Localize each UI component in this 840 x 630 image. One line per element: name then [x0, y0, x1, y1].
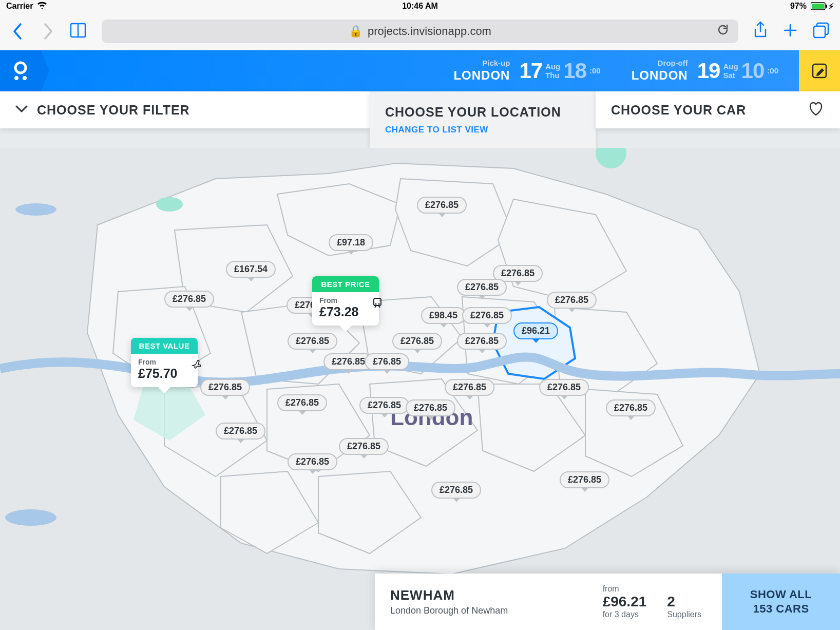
show-all-line1: SHOW ALL	[750, 588, 812, 601]
price-pin[interactable]: £276.85	[560, 471, 609, 488]
back-button[interactable]	[10, 23, 26, 40]
price-pin[interactable]: £276.85	[339, 438, 389, 455]
bookmarks-button[interactable]	[70, 22, 87, 41]
price-pin[interactable]: £98.45	[421, 307, 466, 324]
new-tab-button[interactable]	[782, 23, 798, 40]
step-tabs: CHOOSE YOUR FILTER CHOOSE YOUR LOCATION …	[0, 91, 840, 148]
ios-status-bar: Carrier 10:46 AM 97% ⚡︎	[0, 0, 840, 12]
tab-filter-label: CHOOSE YOUR FILTER	[37, 103, 190, 118]
price-pin[interactable]: £97.18	[329, 234, 373, 251]
forward-button[interactable]	[40, 23, 55, 40]
best-value-header: BEST VALUE	[131, 338, 198, 354]
best-value-card[interactable]: BEST VALUE From £75.70	[131, 338, 198, 387]
search-header: Pick-upLONDON 17 AugThu 18 :00 Drop-offL…	[0, 50, 840, 91]
from-label: from	[603, 584, 647, 594]
price-pin[interactable]: £276.85	[457, 279, 507, 296]
price-pin[interactable]: £276.85	[539, 379, 589, 396]
price-pin[interactable]: £276.85	[392, 333, 442, 350]
dropoff-day: 19	[697, 59, 720, 83]
tabs-button[interactable]	[812, 22, 830, 41]
battery-pct: 97%	[790, 2, 807, 11]
svg-point-12	[5, 509, 56, 526]
price-pin[interactable]: £276.85	[200, 379, 250, 396]
clock-label: 10:46 AM	[402, 2, 438, 11]
summary-price: £96.21	[603, 594, 647, 610]
show-all-line2: 153 CARS	[753, 602, 809, 616]
price-pin-selected[interactable]: £96.21	[513, 322, 558, 339]
wifi-icon	[37, 1, 47, 11]
dropoff-min: :00	[767, 66, 778, 75]
price-pin[interactable]: £276.85	[288, 453, 337, 470]
pickup-city: LONDON	[453, 68, 510, 83]
best-price-from: From	[319, 296, 372, 304]
svg-point-11	[15, 203, 56, 216]
best-value-value: £75.70	[138, 366, 190, 381]
location-sub: London Borough of Newham	[390, 605, 603, 616]
svg-point-15	[378, 303, 380, 305]
best-price-value: £73.28	[319, 304, 372, 319]
pickup-field[interactable]: Pick-upLONDON 17 AugThu 18 :00	[453, 59, 600, 84]
svg-rect-13	[374, 298, 381, 306]
url-bar[interactable]: 🔒 projects.invisionapp.com	[102, 20, 738, 43]
edit-search-button[interactable]	[799, 50, 840, 91]
brand-logo[interactable]	[0, 50, 41, 91]
carrier-label: Carrier	[6, 2, 33, 11]
list-view-link[interactable]: CHANGE TO LIST VIEW	[385, 125, 488, 135]
price-pin[interactable]: £276.85	[547, 292, 597, 309]
svg-point-5	[15, 63, 26, 73]
tab-location-label: CHOOSE YOUR LOCATION	[385, 105, 561, 120]
tab-filter[interactable]: CHOOSE YOUR FILTER	[0, 91, 370, 128]
lock-icon: 🔒	[349, 25, 362, 38]
price-pin[interactable]: £276.85	[164, 291, 214, 308]
best-value-from: From	[138, 358, 190, 366]
price-pin[interactable]: £276.85	[417, 197, 467, 214]
price-pin[interactable]: £276.85	[359, 397, 409, 414]
price-pin[interactable]: £276.85	[288, 333, 337, 350]
pickup-day: 17	[519, 59, 542, 83]
heart-icon[interactable]	[807, 101, 825, 119]
price-pin[interactable]: £276.85	[606, 399, 656, 416]
price-pin[interactable]: £276.85	[457, 333, 507, 350]
pickup-label: Pick-up	[453, 59, 510, 68]
svg-rect-2	[826, 5, 827, 8]
share-button[interactable]	[753, 21, 768, 42]
pickup-month: Aug	[545, 62, 560, 71]
price-pin[interactable]: £167.54	[226, 261, 276, 278]
refresh-button[interactable]	[717, 24, 729, 39]
price-pin[interactable]: £76.85	[365, 353, 409, 370]
svg-point-10	[156, 197, 183, 212]
summary-duration: for 3 days	[603, 610, 647, 619]
url-text: projects.invisionapp.com	[368, 25, 491, 38]
svg-point-14	[375, 303, 377, 305]
price-pin[interactable]: £276.85	[462, 307, 512, 324]
svg-rect-1	[812, 4, 824, 9]
dropoff-label: Drop-off	[632, 59, 688, 68]
price-pin[interactable]: £276.85	[277, 394, 327, 411]
price-pin[interactable]: £276.85	[445, 379, 494, 396]
price-pin[interactable]: £276.85	[431, 482, 481, 499]
dropoff-hour: 10	[741, 59, 765, 83]
suppliers-count: 2	[667, 594, 701, 610]
tab-car[interactable]: CHOOSE YOUR CAR	[596, 91, 840, 128]
price-pin[interactable]: £276.85	[406, 399, 455, 416]
svg-point-9	[596, 148, 626, 168]
battery-icon: ⚡︎	[811, 2, 834, 11]
best-price-header: BEST PRICE	[312, 276, 379, 292]
suppliers-label: Suppliers	[667, 610, 701, 619]
show-all-button[interactable]: SHOW ALL 153 CARS	[722, 574, 840, 630]
location-name: NEWHAM	[390, 587, 603, 603]
best-price-card[interactable]: BEST PRICE From £73.28	[312, 276, 379, 326]
map-view[interactable]: London £276.85£97.18£167.54£276.85£276.8…	[0, 148, 840, 630]
location-summary-panel: NEWHAM London Borough of Newham from £96…	[375, 574, 840, 630]
dropoff-month: Aug	[723, 62, 738, 71]
dropoff-city: LONDON	[632, 68, 688, 83]
map-svg	[0, 148, 840, 630]
pickup-dow: Thu	[545, 71, 560, 80]
price-pin[interactable]: £276.85	[216, 423, 265, 440]
pickup-hour: 18	[563, 59, 586, 83]
tab-car-label: CHOOSE YOUR CAR	[611, 103, 746, 118]
tab-location: CHOOSE YOUR LOCATION CHANGE TO LIST VIEW	[370, 91, 596, 148]
dropoff-field[interactable]: Drop-offLONDON 19 AugSat 10 :00	[632, 59, 778, 84]
safari-toolbar: 🔒 projects.invisionapp.com	[0, 12, 840, 50]
svg-point-6	[14, 76, 18, 80]
